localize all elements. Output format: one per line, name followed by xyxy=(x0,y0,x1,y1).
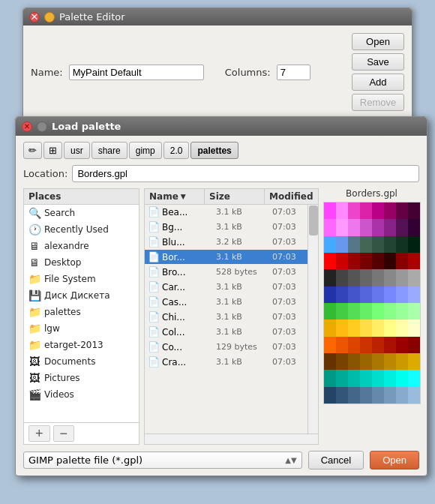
file-size: 3.1 kB xyxy=(216,312,272,322)
files-column-header-modified[interactable]: Modified xyxy=(265,189,318,204)
places-item-icon: 📁 xyxy=(28,306,40,318)
places-list: 🔍Search🕐Recently Used🖥alexandre🖥Desktop📁… xyxy=(24,205,139,422)
places-item[interactable]: 🖥Desktop xyxy=(24,254,139,271)
file-item[interactable]: 📄Chi...3.1 kB07:03 xyxy=(145,310,308,325)
file-icon: 📄 xyxy=(148,356,160,368)
preview-color-cell xyxy=(396,236,408,253)
preview-color-cell xyxy=(372,387,384,404)
file-modified: 07:03 xyxy=(272,357,304,367)
places-item-icon: 🖼 xyxy=(28,356,40,368)
preview-color-cell xyxy=(408,320,420,336)
preview-color-cell xyxy=(336,236,348,253)
preview-color-cell xyxy=(396,320,408,336)
files-column-header-name[interactable]: Name ▼ xyxy=(145,189,205,204)
preview-color-cell xyxy=(396,286,408,303)
places-item[interactable]: 📁etarget-2013 xyxy=(24,337,139,353)
edit-icon-btn[interactable]: ✏ xyxy=(23,142,42,159)
pe-remove-button[interactable]: Remove xyxy=(352,94,404,111)
preview-color-cell xyxy=(324,370,336,386)
files-scrollbar[interactable] xyxy=(308,205,318,434)
files-column-header-size[interactable]: Size xyxy=(205,189,265,204)
cancel-button[interactable]: Cancel xyxy=(308,451,364,470)
location-input[interactable] xyxy=(72,165,419,182)
grid-icon-btn[interactable]: ⊞ xyxy=(44,142,62,159)
file-size: 3.1 kB xyxy=(216,327,272,337)
places-item[interactable]: 📁File System xyxy=(24,271,139,287)
preview-color-cell xyxy=(348,236,360,253)
places-remove-button[interactable]: − xyxy=(53,425,75,442)
file-item[interactable]: 📄Col...3.1 kB07:03 xyxy=(145,325,308,340)
files-scrollbar-thumb[interactable] xyxy=(309,206,318,236)
open-button[interactable]: Open xyxy=(370,451,419,470)
places-item-label: Recently Used xyxy=(44,224,109,235)
file-item[interactable]: 📄Car...3.1 kB07:03 xyxy=(145,280,308,295)
file-item[interactable]: 📄Blu...3.2 kB07:03 xyxy=(145,235,308,250)
places-item[interactable]: 🕐Recently Used xyxy=(24,221,139,238)
files-horizontal-scrollbar[interactable] xyxy=(145,434,318,444)
usr-btn[interactable]: usr xyxy=(64,142,90,159)
lp-main-content: Places 🔍Search🕐Recently Used🖥alexandre🖥D… xyxy=(23,188,419,445)
preview-color-cell xyxy=(384,202,396,219)
file-icon: 📄 xyxy=(148,251,160,262)
file-item[interactable]: 📄Bg...3.1 kB07:03 xyxy=(145,220,308,235)
pe-add-button[interactable]: Add xyxy=(352,74,404,91)
preview-color-cell xyxy=(348,387,360,404)
share-btn[interactable]: share xyxy=(92,142,128,159)
file-item[interactable]: 📄Bro...528 bytes07:03 xyxy=(145,265,308,280)
pe-save-button[interactable]: Save xyxy=(352,53,404,70)
file-item[interactable]: 📄Cas...3.1 kB07:03 xyxy=(145,295,308,310)
file-icon: 📄 xyxy=(148,221,160,232)
preview-color-cell xyxy=(384,253,396,269)
preview-color-cell xyxy=(408,353,420,370)
file-type-select[interactable]: GIMP palette file (*.gpl) ▲▼ xyxy=(23,452,302,469)
load-palette-close-button[interactable]: ✕ xyxy=(22,122,32,132)
preview-color-cell xyxy=(408,236,420,253)
two-btn[interactable]: 2.0 xyxy=(164,142,190,159)
preview-color-cell xyxy=(372,286,384,303)
preview-color-cell xyxy=(384,387,396,404)
file-modified: 07:03 xyxy=(272,342,304,352)
file-type-label: GIMP palette file (*.gpl) xyxy=(28,454,142,466)
file-icon: 📄 xyxy=(148,311,160,322)
pe-open-button[interactable]: Open xyxy=(352,33,404,50)
places-item[interactable]: 📁lgw xyxy=(24,320,139,337)
file-name: Bg... xyxy=(162,222,216,232)
preview-color-cell xyxy=(408,303,420,320)
preview-color-cell xyxy=(336,370,348,386)
places-item[interactable]: 💾Диск Дискета xyxy=(24,287,139,304)
preview-color-cell xyxy=(360,219,372,236)
file-size: 3.1 kB xyxy=(216,222,272,232)
palette-columns-input[interactable] xyxy=(277,64,310,80)
preview-color-cell xyxy=(372,219,384,236)
preview-color-cell xyxy=(396,269,408,286)
preview-color-cell xyxy=(336,353,348,370)
gimp-btn[interactable]: gimp xyxy=(129,142,162,159)
file-item[interactable]: 📄Co...129 bytes07:03 xyxy=(145,340,308,355)
places-item-label: Videos xyxy=(44,389,74,400)
file-item[interactable]: 📄Cra...3.1 kB07:03 xyxy=(145,355,308,370)
places-add-button[interactable]: + xyxy=(28,425,50,442)
places-item[interactable]: 🖼Pictures xyxy=(24,370,139,386)
preview-color-cell xyxy=(360,303,372,320)
pe-buttons-group: Open Save Add Remove xyxy=(352,33,404,111)
load-palette-min-button[interactable] xyxy=(37,122,47,132)
places-item[interactable]: 🖼Documents xyxy=(24,353,139,370)
places-item[interactable]: 📁palettes xyxy=(24,304,139,320)
palette-editor-title: Palette Editor xyxy=(59,11,125,22)
palettes-btn[interactable]: palettes xyxy=(190,142,238,159)
places-item-label: Search xyxy=(44,208,75,218)
file-size: 3.1 kB xyxy=(216,252,272,262)
preview-color-cell xyxy=(396,337,408,353)
file-item[interactable]: 📄Bea...3.1 kB07:03 xyxy=(145,205,308,220)
palette-name-input[interactable] xyxy=(69,64,204,80)
preview-color-cell xyxy=(408,337,420,353)
places-item[interactable]: 🖥alexandre xyxy=(24,238,139,254)
preview-color-cell xyxy=(348,320,360,336)
places-footer: + − xyxy=(24,422,139,444)
places-item[interactable]: 🔍Search xyxy=(24,205,139,221)
palette-editor-min-button[interactable] xyxy=(44,12,55,22)
file-item[interactable]: 📄Bor...3.1 kB07:03 xyxy=(145,250,308,265)
preview-color-cell xyxy=(384,269,396,286)
palette-editor-close-button[interactable]: ✕ xyxy=(29,12,40,22)
places-item[interactable]: 🎬Videos xyxy=(24,386,139,403)
